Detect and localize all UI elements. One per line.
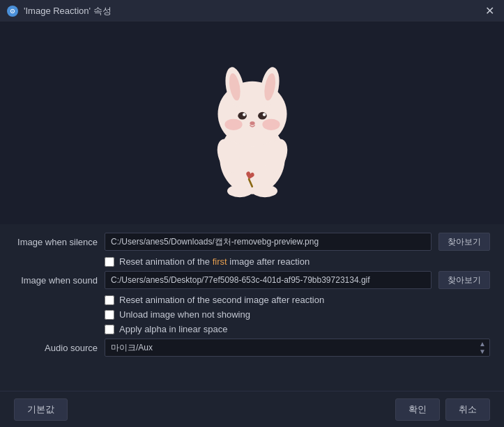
- svg-point-9: [262, 113, 266, 116]
- image-silence-browse-button[interactable]: 찾아보기: [438, 233, 490, 251]
- preview-area: [0, 22, 504, 224]
- cancel-button[interactable]: 취소: [445, 398, 490, 421]
- image-silence-input[interactable]: [105, 233, 432, 251]
- content-area: Image when silence 찾아보기 Reset animation …: [0, 224, 504, 371]
- svg-point-10: [224, 119, 242, 130]
- reset-first-label: Reset animation of the first image after…: [119, 256, 310, 267]
- reset-second-label: Reset animation of the second image afte…: [119, 295, 324, 305]
- unload-image-checkbox-row: Unload image when not showing: [105, 309, 490, 320]
- reset-second-checkbox[interactable]: [105, 295, 114, 305]
- image-silence-row: Image when silence 찾아보기: [14, 233, 490, 251]
- audio-source-label: Audio source: [14, 343, 98, 353]
- svg-point-8: [243, 113, 246, 116]
- confirm-button[interactable]: 확인: [395, 398, 440, 421]
- unload-image-checkbox[interactable]: [105, 310, 114, 320]
- svg-point-16: [227, 185, 252, 197]
- image-silence-label: Image when silence: [14, 237, 98, 247]
- audio-source-row: Audio source 마이크/Aux ▲ ▼: [14, 339, 490, 357]
- title-bar-left: ⊙ 'Image Reaction' 속성: [7, 5, 112, 17]
- bottom-left: 기본값: [14, 398, 68, 421]
- apply-alpha-label: Apply alpha in linear space: [119, 324, 227, 334]
- svg-point-7: [258, 112, 267, 120]
- svg-point-17: [252, 185, 277, 197]
- image-sound-row: Image when sound 찾아보기: [14, 271, 490, 289]
- audio-source-select[interactable]: 마이크/Aux: [105, 339, 490, 357]
- apply-alpha-checkbox[interactable]: [105, 325, 114, 334]
- app-icon: ⊙: [7, 6, 18, 17]
- character-preview: [190, 47, 315, 200]
- svg-point-11: [262, 119, 280, 130]
- title-bar: ⊙ 'Image Reaction' 속성 ✕: [0, 0, 504, 22]
- unload-image-label: Unload image when not showing: [119, 309, 250, 320]
- image-sound-input[interactable]: [105, 271, 432, 289]
- close-button[interactable]: ✕: [482, 4, 497, 18]
- bottom-right: 확인 취소: [395, 398, 490, 421]
- bottom-bar: 기본값 확인 취소: [0, 391, 504, 427]
- svg-point-12: [250, 121, 254, 125]
- window-title: 'Image Reaction' 속성: [24, 5, 112, 17]
- image-sound-browse-button[interactable]: 찾아보기: [438, 271, 490, 289]
- reset-first-checkbox-row: Reset animation of the first image after…: [105, 256, 490, 267]
- apply-alpha-checkbox-row: Apply alpha in linear space: [105, 324, 490, 334]
- reset-button[interactable]: 기본값: [14, 398, 68, 421]
- reset-second-checkbox-row: Reset animation of the second image afte…: [105, 295, 490, 305]
- image-sound-label: Image when sound: [14, 275, 98, 286]
- audio-source-select-wrapper: 마이크/Aux ▲ ▼: [105, 339, 490, 357]
- reset-first-checkbox[interactable]: [105, 257, 114, 267]
- svg-point-6: [238, 112, 247, 120]
